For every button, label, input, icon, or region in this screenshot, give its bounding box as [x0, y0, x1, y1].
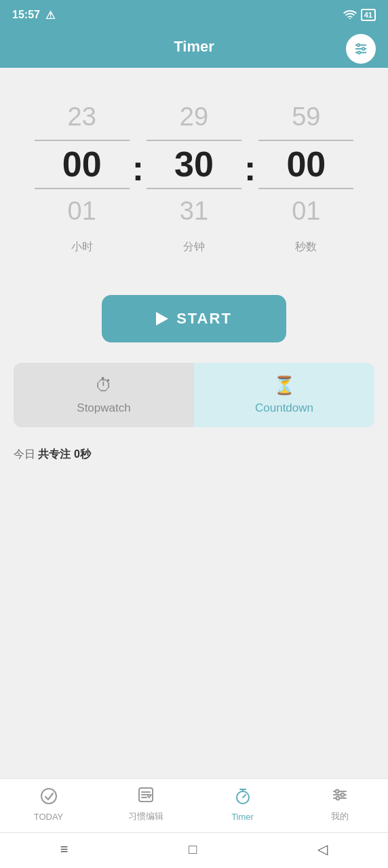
seconds-column[interactable]: 59 00 01 秒数	[258, 95, 353, 254]
status-icons: 41	[343, 9, 376, 21]
nav-mine[interactable]: 我的	[316, 786, 364, 823]
minutes-column[interactable]: 29 30 31 分钟	[147, 95, 241, 254]
tab-stopwatch[interactable]: ⏱ Stopwatch	[14, 363, 194, 427]
main-content: 23 00 01 小时 : 29 30 31 分钟 : 59 00 01 秒数 …	[0, 68, 388, 778]
svg-point-20	[341, 793, 344, 797]
minutes-next: 31	[180, 189, 208, 234]
start-button[interactable]: START	[102, 295, 286, 342]
status-bar: 15:57 ⚠ 41	[0, 0, 388, 30]
timer-nav-icon	[234, 787, 252, 809]
today-focus: 共专注 0秒	[38, 448, 90, 460]
seconds-next: 01	[292, 189, 320, 234]
hours-label: 小时	[71, 240, 93, 254]
today-summary: 今日 共专注 0秒	[14, 443, 374, 466]
status-time-area: 15:57 ⚠	[12, 9, 55, 22]
nav-timer[interactable]: Timer	[219, 787, 267, 822]
system-nav-bar: ≡ □ ◁	[0, 832, 388, 868]
svg-point-7	[41, 789, 56, 804]
svg-point-19	[335, 790, 338, 793]
sys-home-button[interactable]: □	[189, 842, 197, 857]
tab-stopwatch-label: Stopwatch	[77, 401, 130, 415]
mine-nav-icon	[331, 786, 349, 808]
hours-prev: 23	[68, 95, 96, 140]
seconds-current[interactable]: 00	[258, 140, 353, 189]
status-time: 15:57	[12, 9, 40, 21]
page-title: Timer	[174, 38, 214, 56]
nav-today-label: TODAY	[34, 812, 64, 822]
hours-current[interactable]: 00	[35, 140, 130, 189]
today-prefix: 今日	[14, 448, 35, 460]
settings-button[interactable]	[346, 34, 376, 64]
nav-mine-label: 我的	[331, 810, 349, 823]
nav-today[interactable]: TODAY	[25, 787, 73, 822]
nav-habits[interactable]: 习惯编辑	[122, 786, 170, 823]
svg-point-0	[349, 18, 351, 19]
stopwatch-icon: ⏱	[95, 375, 113, 396]
bottom-nav: TODAY 习惯编辑 Timer	[0, 778, 388, 832]
svg-line-15	[243, 795, 246, 797]
tab-countdown-label: Countdown	[255, 401, 313, 415]
start-label: START	[176, 310, 232, 328]
play-icon	[156, 312, 168, 326]
nav-habits-label: 习惯编辑	[128, 810, 163, 823]
wifi-icon	[343, 9, 357, 21]
svg-point-6	[357, 52, 360, 54]
header: Timer	[0, 30, 388, 68]
hourglass-icon: ⏳	[273, 375, 295, 396]
separator-1: :	[130, 148, 147, 189]
seconds-label: 秒数	[295, 240, 317, 254]
seconds-prev: 59	[292, 95, 320, 140]
habits-nav-icon	[137, 786, 155, 808]
sys-menu-button[interactable]: ≡	[60, 842, 69, 857]
minutes-prev: 29	[180, 95, 208, 140]
tab-countdown[interactable]: ⏳ Countdown	[194, 363, 374, 427]
svg-point-5	[362, 47, 365, 50]
today-nav-icon	[40, 787, 58, 809]
nav-timer-label: Timer	[231, 812, 254, 822]
minutes-label: 分钟	[183, 240, 205, 254]
svg-point-4	[357, 44, 360, 47]
time-picker[interactable]: 23 00 01 小时 : 29 30 31 分钟 : 59 00 01 秒数	[14, 95, 374, 254]
minutes-current[interactable]: 30	[147, 140, 241, 189]
alert-icon: ⚠	[45, 9, 55, 22]
hours-next: 01	[68, 189, 96, 234]
separator-2: :	[241, 148, 258, 189]
hours-column[interactable]: 23 00 01 小时	[35, 95, 130, 254]
tab-bar[interactable]: ⏱ Stopwatch ⏳ Countdown	[14, 363, 374, 427]
sys-back-button[interactable]: ◁	[317, 841, 328, 857]
battery-icon: 41	[361, 9, 376, 21]
svg-point-21	[336, 797, 339, 800]
